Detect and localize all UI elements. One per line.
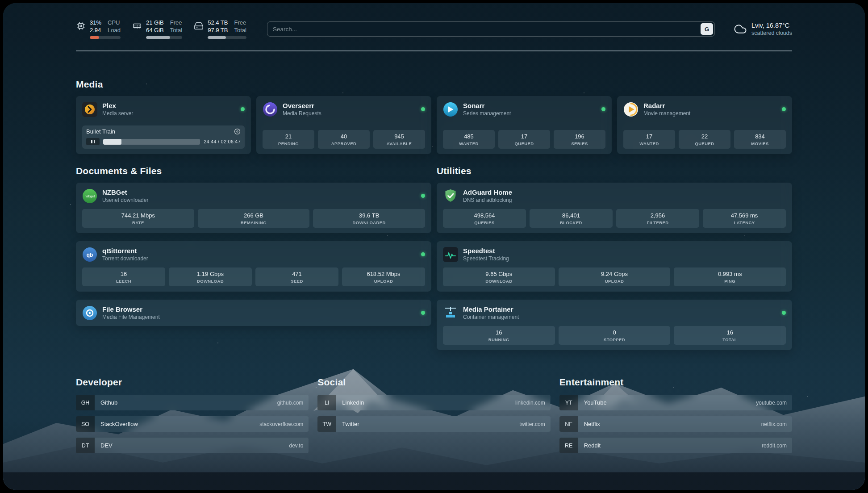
stat-upload: 9.24 GbpsUPLOAD <box>559 267 671 286</box>
service-desc: Series management <box>463 110 511 117</box>
playback-progress-bar[interactable] <box>103 139 200 145</box>
status-dot <box>421 252 425 256</box>
memory-free-value: 21 GiB <box>146 19 164 26</box>
service-card-portainer[interactable]: Media Portainer Container management 16R… <box>437 300 792 350</box>
disk-free-value: 52.4 TB <box>208 19 228 26</box>
stat-stopped: 0STOPPED <box>559 326 671 345</box>
stat-total: 16TOTAL <box>674 326 786 345</box>
bookmark-url: youtube.com <box>756 400 787 406</box>
section-title-documents: Documents & Files <box>76 166 431 176</box>
cpu-icon <box>76 21 86 31</box>
bookmark-name: YouTube <box>584 399 607 406</box>
cpu-usage-bar <box>90 36 121 39</box>
service-card-overseerr[interactable]: Overseerr Media Requests 21PENDING 40APP… <box>256 96 431 154</box>
snow-specks <box>3 3 4 4</box>
service-card-nzbget[interactable]: nzbget NZBGet Usenet downloader 744.21 M… <box>76 183 431 233</box>
bookmark-url: linkedin.com <box>515 400 545 406</box>
stat-queued: 22QUEUED <box>679 130 730 149</box>
service-name: AdGuard Home <box>463 188 512 196</box>
stat-queued: 17QUEUED <box>498 130 550 149</box>
disk-icon <box>194 21 204 31</box>
memory-usage-bar <box>146 36 182 39</box>
adguard-icon <box>443 188 458 204</box>
service-card-radarr[interactable]: Radarr Movie management 17WANTED 22QUEUE… <box>617 96 792 154</box>
section-title-media: Media <box>76 79 792 90</box>
header-divider <box>76 50 792 51</box>
status-dot <box>421 107 425 111</box>
bookmark-name: StackOverflow <box>100 421 138 427</box>
section-title-developer: Developer <box>76 377 309 388</box>
service-desc: Media File Management <box>102 314 160 321</box>
memory-widget: 21 GiB Free 64 GiB Total <box>132 19 182 39</box>
service-name: Overseerr <box>283 101 321 110</box>
service-name: NZBGet <box>102 188 148 196</box>
stat-ping: 0.993 msPING <box>674 267 786 286</box>
service-card-plex[interactable]: Plex Media server Bullet Train <box>76 96 251 154</box>
service-card-sonarr[interactable]: Sonarr Series management 485WANTED 17QUE… <box>437 96 612 154</box>
pause-button[interactable] <box>86 138 100 145</box>
bookmark-reddit[interactable]: RE Reddit reddit.com <box>559 438 792 453</box>
bookmark-name: DEV <box>100 442 113 449</box>
stat-downloaded: 39.6 TBDOWNLOADED <box>313 209 425 228</box>
filebrowser-icon <box>82 305 97 321</box>
service-desc: Media server <box>102 110 133 117</box>
service-card-adguard[interactable]: AdGuard Home DNS and adblocking 498,564Q… <box>437 183 792 233</box>
topbar: 31% CPU 2.94 Load 21 GiB Free <box>76 19 792 39</box>
stat-upload: 618.52 MbpsUPLOAD <box>342 267 425 286</box>
stat-download: 9.65 GbpsDOWNLOAD <box>443 267 555 286</box>
stat-wanted: 17WANTED <box>623 130 675 149</box>
bookmark-name: Twitter <box>342 421 359 427</box>
section-title-entertainment: Entertainment <box>559 377 792 388</box>
search-input[interactable] <box>273 26 701 33</box>
stat-available: 945AVAILABLE <box>373 130 425 149</box>
section-title-utilities: Utilities <box>437 166 792 176</box>
bookmark-stackoverflow[interactable]: SO StackOverflow stackoverflow.com <box>76 416 309 432</box>
status-dot <box>782 311 786 315</box>
service-name: qBittorrent <box>102 246 148 255</box>
service-desc: Movie management <box>643 110 690 117</box>
bookmark-dev[interactable]: DT DEV dev.to <box>76 438 309 453</box>
cpu-widget: 31% CPU 2.94 Load <box>76 19 121 39</box>
search-provider-button[interactable]: G <box>701 23 713 35</box>
resource-widgets: 31% CPU 2.94 Load 21 GiB Free <box>76 19 246 39</box>
stat-download: 1.19 GbpsDOWNLOAD <box>169 267 252 286</box>
disk-total-value: 97.9 TB <box>208 27 228 34</box>
speedtest-icon <box>443 247 458 262</box>
stat-series: 196SERIES <box>554 130 605 149</box>
weather-widget: Lviv, 16.87°C scattered clouds <box>734 21 792 37</box>
now-playing-disc-icon <box>234 128 241 135</box>
bookmark-url: twitter.com <box>519 421 545 427</box>
memory-total-value: 64 GiB <box>146 27 164 34</box>
stat-rate: 744.21 MbpsRATE <box>82 209 194 228</box>
bookmark-github[interactable]: GH Github github.com <box>76 395 309 410</box>
bookmark-abbr: SO <box>76 416 95 432</box>
service-name: Radarr <box>643 101 690 110</box>
bookmark-name: LinkedIn <box>342 399 364 406</box>
bookmark-linkedin[interactable]: LI LinkedIn linkedin.com <box>317 395 550 410</box>
qbittorrent-icon: qb <box>82 247 97 262</box>
cpu-load: 2.94 <box>90 27 101 34</box>
bookmark-abbr: LI <box>317 395 336 410</box>
service-card-filebrowser[interactable]: File Browser Media File Management <box>76 300 431 326</box>
radarr-icon <box>623 102 638 117</box>
sonarr-icon <box>443 102 458 117</box>
plex-icon <box>82 102 97 117</box>
status-dot <box>782 107 786 111</box>
bookmark-url: dev.to <box>289 443 304 449</box>
bookmarks-social: Social LI LinkedIn linkedin.com TW Twitt… <box>317 377 550 459</box>
service-desc: Torrent downloader <box>102 255 148 262</box>
service-card-speedtest[interactable]: Speedtest Speedtest Tracking 9.65 GbpsDO… <box>437 241 792 292</box>
bookmark-netflix[interactable]: NF Netflix netflix.com <box>559 416 792 432</box>
dashboard-screen: 31% CPU 2.94 Load 21 GiB Free <box>3 3 865 490</box>
bookmark-youtube[interactable]: YT YouTube youtube.com <box>559 395 792 410</box>
playback-time: 24:44 / 02:06:47 <box>204 139 241 144</box>
svg-text:qb: qb <box>87 251 93 258</box>
now-playing-title: Bullet Train <box>86 128 115 135</box>
memory-total-label: Total <box>170 27 182 34</box>
bookmark-name: Github <box>100 399 117 406</box>
stat-movies: 834MOVIES <box>734 130 786 149</box>
service-card-qbittorrent[interactable]: qb qBittorrent Torrent downloader 16LEEC… <box>76 241 431 292</box>
bookmark-twitter[interactable]: TW Twitter twitter.com <box>317 416 550 432</box>
stat-wanted: 485WANTED <box>443 130 495 149</box>
service-name: Sonarr <box>463 101 511 110</box>
